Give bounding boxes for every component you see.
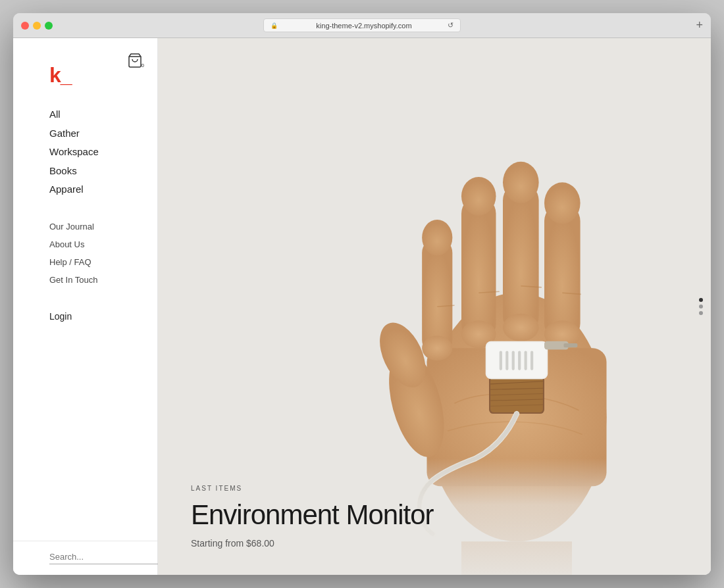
scroll-dot-3[interactable] — [699, 311, 703, 315]
hero-label: LAST ITEMS — [191, 485, 678, 492]
maximize-button[interactable] — [45, 22, 53, 30]
svg-point-10 — [544, 182, 581, 224]
browser-content: 0 k_ All Gather Workspace Books Apparel … — [13, 38, 711, 575]
search-input[interactable] — [49, 552, 160, 564]
secondary-navigation: Our Journal About Us Help / FAQ Get In T… — [13, 218, 157, 289]
svg-rect-37 — [518, 351, 521, 370]
svg-rect-15 — [461, 196, 496, 341]
new-tab-button[interactable]: + — [696, 18, 703, 32]
main-content: LAST ITEMS Environment Monitor Starting … — [158, 38, 711, 575]
scroll-dot-2[interactable] — [699, 305, 703, 308]
address-bar[interactable]: 🔒 king-theme-v2.myshopify.com ↺ — [263, 18, 461, 32]
svg-point-14 — [503, 314, 539, 341]
svg-point-16 — [461, 177, 496, 216]
reload-icon[interactable]: ↺ — [448, 21, 453, 30]
svg-rect-33 — [487, 343, 546, 378]
nav-item-books[interactable]: Books — [49, 162, 157, 181]
svg-rect-39 — [530, 351, 533, 370]
svg-rect-12 — [503, 182, 539, 334]
cart-area: 0 — [124, 50, 145, 71]
close-button[interactable] — [21, 22, 29, 30]
browser-window: 🔒 king-theme-v2.myshopify.com ↺ + 0 — [13, 13, 711, 575]
scroll-dot-1[interactable] — [699, 298, 703, 302]
nav-item-all[interactable]: All — [49, 105, 157, 124]
scrollbar-indicator — [699, 298, 703, 315]
svg-point-20 — [422, 335, 452, 360]
svg-rect-41 — [563, 343, 577, 347]
hero-overlay: LAST ITEMS Environment Monitor Starting … — [158, 458, 711, 575]
nav-item-faq[interactable]: Help / FAQ — [49, 253, 157, 271]
hero-subtitle: Starting from $68.00 — [191, 538, 678, 549]
svg-point-13 — [503, 162, 539, 203]
nav-item-about[interactable]: About Us — [49, 235, 157, 253]
svg-point-19 — [422, 220, 452, 256]
nav-item-journal[interactable]: Our Journal — [49, 218, 157, 235]
lock-icon: 🔒 — [271, 22, 278, 29]
cart-icon — [127, 53, 143, 68]
minimize-button[interactable] — [33, 22, 41, 30]
cart-count: 0 — [142, 62, 144, 68]
cart-button[interactable]: 0 — [124, 50, 145, 71]
nav-item-contact[interactable]: Get In Touch — [49, 271, 157, 289]
svg-rect-34 — [500, 351, 502, 370]
tertiary-navigation: Login — [13, 308, 157, 326]
address-text: king-theme-v2.myshopify.com — [280, 22, 448, 30]
svg-rect-36 — [512, 351, 515, 370]
svg-rect-38 — [525, 351, 527, 370]
svg-rect-35 — [505, 351, 508, 370]
nav-item-workspace[interactable]: Workspace — [49, 143, 157, 162]
nav-item-login[interactable]: Login — [49, 308, 157, 326]
nav-item-apparel[interactable]: Apparel — [49, 180, 157, 199]
nav-item-gather[interactable]: Gather — [49, 124, 157, 143]
traffic-lights — [21, 22, 53, 30]
hero-title: Environment Monitor — [191, 500, 678, 530]
sidebar: 0 k_ All Gather Workspace Books Apparel … — [13, 38, 158, 575]
primary-navigation: All Gather Workspace Books Apparel — [13, 105, 157, 199]
search-area — [13, 541, 157, 575]
browser-chrome: 🔒 king-theme-v2.myshopify.com ↺ + — [13, 13, 711, 38]
